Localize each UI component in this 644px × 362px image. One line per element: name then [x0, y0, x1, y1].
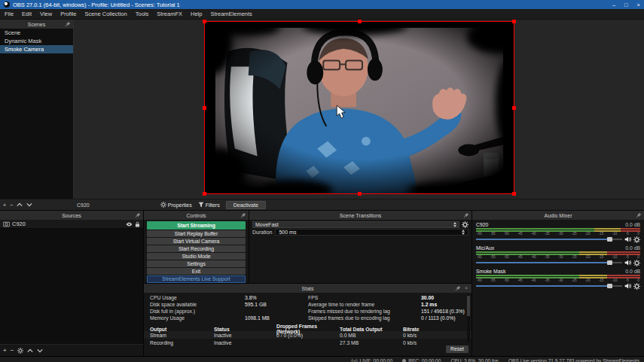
source-item-c920[interactable]: C920 — [0, 220, 143, 229]
move-source-up-icon[interactable] — [27, 348, 33, 354]
menu-profile[interactable]: Profile — [60, 11, 76, 17]
combo-stepper-icon[interactable] — [453, 222, 456, 227]
channel-gear-icon[interactable] — [633, 260, 640, 266]
lock-icon[interactable] — [135, 221, 140, 227]
menu-scene-collection[interactable]: Scene Collection — [84, 11, 127, 17]
title-bar: OBS 27.0.1 (64-bit, windows) - Profile: … — [0, 0, 644, 9]
scene-item-smoke-camera[interactable]: Smoke Camera — [0, 45, 73, 53]
scenes-dock-title: Scenes — [28, 22, 45, 27]
pin-icon[interactable] — [636, 212, 642, 218]
visibility-eye-icon[interactable] — [126, 221, 133, 227]
deactivate-button[interactable]: Deactivate — [226, 201, 266, 209]
remove-scene-button[interactable]: − — [10, 202, 13, 208]
exit-button[interactable]: Exit — [147, 268, 246, 275]
controls-dock: Controls Start Streaming Start Replay Bu… — [144, 211, 249, 283]
slider-knob[interactable] — [607, 260, 612, 265]
maximize-button[interactable]: □ — [624, 2, 628, 8]
menu-tools[interactable]: Tools — [136, 11, 149, 17]
cell: Stream — [150, 333, 214, 338]
pin-icon[interactable] — [135, 212, 141, 218]
transition-select[interactable]: MoveFast — [252, 221, 459, 228]
sources-dock-title: Sources — [62, 213, 81, 218]
record-dot-icon — [402, 359, 406, 362]
mixer-dock-header[interactable]: Audio Mixer — [472, 211, 644, 220]
scenes-toolbar: + − — [0, 202, 73, 208]
video-camera-icon — [3, 221, 10, 227]
pin-icon[interactable] — [463, 212, 469, 218]
minimize-button[interactable]: – — [612, 2, 615, 8]
mixer-channel-c920: C920 0.0 dB -60-55-50-45-40-35-30-25-20-… — [472, 220, 644, 243]
transform-handle[interactable] — [512, 20, 516, 23]
streamelements-live-support-button[interactable]: StreamElements Live Support — [147, 275, 246, 283]
stats-dock-header[interactable]: Stats × — [144, 284, 472, 293]
slider-knob[interactable] — [607, 284, 612, 288]
transform-handle[interactable] — [203, 106, 206, 110]
mixer-channel-mic-aux: Mic/Aux 0.0 dB -60-55-50-45-40-35-30-25-… — [472, 243, 644, 266]
remove-source-button[interactable]: − — [11, 347, 14, 354]
stat-value: 151 / 49618 (0.3%) — [421, 309, 465, 314]
sources-dock: Sources C920 + − — [0, 211, 143, 356]
transform-handle[interactable] — [358, 192, 362, 196]
scene-item-dynamic-mask[interactable]: Dynamic Mask — [0, 37, 73, 45]
transition-selected-value: MoveFast — [255, 222, 279, 227]
window-title: OBS 27.0.1 (64-bit, windows) - Profile: … — [13, 2, 180, 8]
stat-value — [245, 309, 308, 314]
transform-handle[interactable] — [358, 20, 362, 23]
preview-canvas[interactable] — [204, 21, 514, 194]
settings-button[interactable]: Settings — [147, 260, 246, 267]
channel-gear-icon[interactable] — [633, 236, 640, 243]
sources-dock-header[interactable]: Sources — [0, 211, 143, 220]
move-source-down-icon[interactable] — [37, 348, 43, 354]
source-properties-gear-icon[interactable] — [17, 348, 23, 354]
reset-button[interactable]: Reset — [446, 345, 469, 353]
slider-knob[interactable] — [607, 237, 612, 242]
menu-streamfx[interactable]: StreamFX — [157, 11, 182, 17]
speaker-icon[interactable] — [624, 260, 631, 266]
sources-toolbar: + − — [0, 344, 143, 356]
properties-button[interactable]: Properties — [160, 202, 192, 208]
channel-db: 0.0 dB — [625, 269, 640, 274]
stats-scrollbar[interactable] — [467, 294, 470, 342]
close-dock-icon[interactable]: × — [463, 285, 469, 291]
stat-value: 30.00 — [421, 295, 465, 300]
move-scene-down-icon[interactable] — [26, 202, 32, 208]
stat-value: 1098.1 MB — [245, 315, 308, 321]
start-recording-button[interactable]: Start Recording — [147, 245, 246, 252]
start-virtual-camera-button[interactable]: Start Virtual Camera — [147, 238, 246, 245]
volume-slider[interactable] — [476, 259, 622, 266]
channel-gear-icon[interactable] — [633, 283, 640, 290]
filters-button[interactable]: Filters — [198, 202, 220, 208]
transform-handle[interactable] — [512, 192, 516, 196]
transform-handle[interactable] — [512, 106, 516, 110]
volume-slider[interactable] — [476, 282, 622, 290]
transform-handle[interactable] — [203, 192, 206, 196]
menu-view[interactable]: View — [40, 11, 52, 17]
menu-help[interactable]: Help — [191, 11, 202, 17]
move-scene-up-icon[interactable] — [17, 202, 23, 208]
close-button[interactable]: × — [637, 2, 640, 8]
add-scene-button[interactable]: + — [3, 202, 6, 208]
speaker-icon[interactable] — [624, 236, 631, 242]
studio-mode-button[interactable]: Studio Mode — [147, 253, 246, 260]
pin-icon[interactable] — [65, 21, 71, 27]
speaker-icon[interactable] — [624, 283, 631, 289]
menu-streamelements[interactable]: StreamElements — [210, 11, 252, 17]
volume-slider[interactable] — [476, 236, 622, 243]
start-streaming-button[interactable]: Start Streaming — [147, 221, 246, 230]
scenes-dock-header[interactable]: Scenes — [0, 20, 73, 29]
audio-mixer-dock: Audio Mixer C920 0.0 dB -60-55-50-45-40-… — [472, 211, 644, 356]
menu-file[interactable]: File — [5, 11, 14, 17]
pin-icon[interactable] — [455, 285, 461, 291]
add-source-button[interactable]: + — [3, 347, 7, 354]
start-replay-buffer-button[interactable]: Start Replay Buffer — [147, 230, 246, 237]
transition-settings-gear-icon[interactable] — [462, 221, 469, 228]
selected-source-label: C920 — [77, 202, 90, 208]
scene-item-scene[interactable]: Scene — [0, 29, 73, 37]
menu-edit[interactable]: Edit — [22, 11, 32, 17]
duration-input[interactable]: 500 ms — [275, 229, 469, 236]
transitions-dock-header[interactable]: Scene Transitions — [249, 211, 472, 220]
controls-dock-header[interactable]: Controls — [144, 211, 249, 220]
transform-handle[interactable] — [203, 20, 206, 23]
pin-icon[interactable] — [240, 212, 246, 218]
duration-spinner-icon[interactable] — [462, 230, 465, 235]
